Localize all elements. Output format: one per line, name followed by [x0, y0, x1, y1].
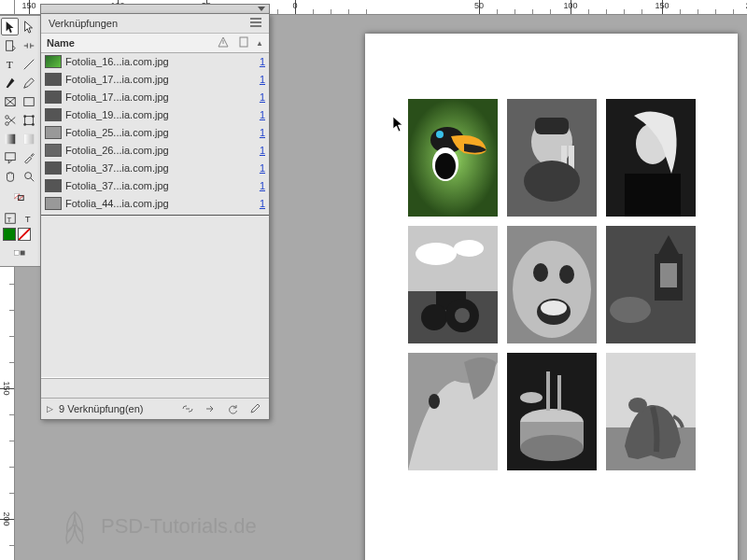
svg-point-58 [23, 123, 26, 126]
link-row[interactable]: Fotolia_26...ia.com.jpg1 [41, 142, 269, 160]
link-thumbnail [45, 197, 62, 210]
formatting-container-icon[interactable]: T [1, 209, 19, 227]
apply-color-swatch[interactable] [3, 228, 16, 241]
column-sort-icon[interactable]: ▲ [256, 39, 263, 48]
hand-tool[interactable] [1, 167, 19, 185]
link-row[interactable]: Fotolia_37...ia.com.jpg1 [41, 177, 269, 195]
placed-image[interactable] [507, 353, 597, 470]
link-row[interactable]: Fotolia_44...ia.com.jpg1 [41, 195, 269, 213]
panel-menu-icon[interactable] [250, 18, 261, 29]
selection-tool[interactable] [1, 18, 19, 35]
view-mode-toggle[interactable] [1, 242, 38, 264]
link-page-number[interactable]: 1 [248, 91, 265, 103]
column-header-status-icon[interactable] [215, 36, 232, 49]
link-thumbnail [45, 179, 62, 192]
link-thumbnail [45, 91, 62, 104]
placed-image[interactable] [408, 99, 498, 217]
direct-selection-tool[interactable] [20, 18, 37, 35]
update-link-button[interactable] [224, 401, 241, 416]
links-panel: Verknüpfungen Name ▲ Fotolia_16...ia.com… [40, 13, 270, 420]
link-row[interactable]: Fotolia_25...ia.com.jpg1 [41, 124, 269, 142]
goto-link-button[interactable] [202, 401, 218, 416]
svg-point-4 [435, 153, 456, 179]
rectangle-tool[interactable] [20, 92, 37, 110]
link-thumbnail [45, 108, 62, 121]
svg-point-11 [524, 161, 580, 202]
svg-point-17 [416, 243, 457, 265]
link-row[interactable]: Fotolia_16...ia.com.jpg1 [41, 53, 269, 71]
svg-point-25 [533, 263, 548, 282]
document-page[interactable] [365, 34, 738, 560]
svg-rect-63 [5, 152, 15, 160]
links-list[interactable]: Fotolia_16...ia.com.jpg1Fotolia_17...ia.… [41, 53, 269, 377]
type-tool[interactable]: T [1, 55, 19, 73]
svg-point-53 [5, 121, 8, 125]
placed-image[interactable] [606, 99, 696, 217]
free-transform-tool[interactable] [20, 111, 37, 129]
formatting-text-icon[interactable]: T [20, 209, 37, 227]
link-page-number[interactable]: 1 [248, 109, 265, 120]
line-tool[interactable] [20, 55, 37, 73]
column-header-name[interactable]: Name [47, 37, 211, 49]
link-row[interactable]: Fotolia_17...ia.com.jpg1 [41, 71, 269, 89]
edit-original-button[interactable] [247, 401, 263, 416]
placed-image[interactable] [507, 99, 597, 217]
disclosure-triangle-icon[interactable]: ▷ [47, 404, 53, 413]
svg-line-65 [30, 177, 34, 181]
svg-rect-75 [21, 251, 25, 256]
placed-image[interactable] [408, 353, 498, 470]
gradient-swatch-tool[interactable] [1, 130, 19, 147]
panel-title[interactable]: Verknüpfungen [49, 18, 245, 29]
pencil-tool[interactable] [20, 74, 37, 91]
svg-point-56 [23, 115, 26, 118]
watermark-text: PSD-Tutorials.de [101, 514, 257, 539]
svg-point-39 [520, 435, 584, 461]
pen-tool[interactable] [1, 74, 19, 91]
link-filename: Fotolia_44...ia.com.jpg [65, 198, 224, 209]
svg-rect-42 [557, 375, 561, 411]
link-filename: Fotolia_19...ia.com.jpg [65, 109, 224, 120]
link-row[interactable]: Fotolia_17...ia.com.jpg1 [41, 89, 269, 106]
zoom-tool[interactable] [20, 167, 37, 185]
link-page-number[interactable]: 1 [248, 180, 265, 191]
apply-none-swatch[interactable] [18, 228, 31, 241]
link-filename: Fotolia_25...ia.com.jpg [65, 127, 224, 138]
svg-point-33 [610, 297, 651, 323]
svg-point-5 [436, 131, 444, 138]
placed-image[interactable] [408, 226, 498, 343]
placed-image[interactable] [507, 226, 597, 343]
link-page-number[interactable]: 1 [248, 198, 265, 209]
fill-stroke-proxy[interactable] [1, 186, 38, 208]
link-filename: Fotolia_17...ia.com.jpg [65, 74, 224, 85]
svg-line-48 [23, 59, 34, 69]
svg-point-28 [541, 301, 567, 315]
placed-image[interactable] [606, 353, 696, 470]
svg-rect-8 [535, 118, 569, 134]
svg-rect-74 [14, 251, 19, 256]
page-tool[interactable] [1, 36, 19, 54]
placed-image[interactable] [606, 226, 696, 343]
svg-rect-62 [23, 133, 34, 144]
link-page-number[interactable]: 1 [248, 74, 265, 85]
column-header-page-icon[interactable] [235, 36, 252, 49]
ruler-corner [0, 0, 15, 15]
svg-rect-41 [546, 371, 550, 411]
rectangle-frame-tool[interactable] [1, 92, 19, 110]
link-thumbnail [45, 161, 62, 175]
link-row[interactable]: Fotolia_19...ia.com.jpg1 [41, 106, 269, 124]
note-tool[interactable] [1, 148, 19, 166]
panel-collapse-bar[interactable] [40, 4, 270, 13]
link-page-number[interactable]: 1 [248, 56, 265, 67]
link-filename: Fotolia_17...ia.com.jpg [65, 91, 224, 103]
panel-tab-bar: Verknüpfungen [41, 14, 269, 34]
link-row[interactable]: Fotolia_37...ia.com.jpg1 [41, 160, 269, 177]
scissors-tool[interactable] [1, 111, 19, 129]
link-page-number[interactable]: 1 [248, 162, 265, 174]
link-page-number[interactable]: 1 [248, 145, 265, 156]
svg-rect-46 [6, 40, 12, 50]
gradient-feather-tool[interactable] [20, 130, 37, 147]
eyedropper-tool[interactable] [20, 148, 37, 166]
relink-button[interactable] [179, 401, 196, 416]
link-page-number[interactable]: 1 [248, 127, 265, 138]
gap-tool[interactable] [20, 36, 37, 54]
